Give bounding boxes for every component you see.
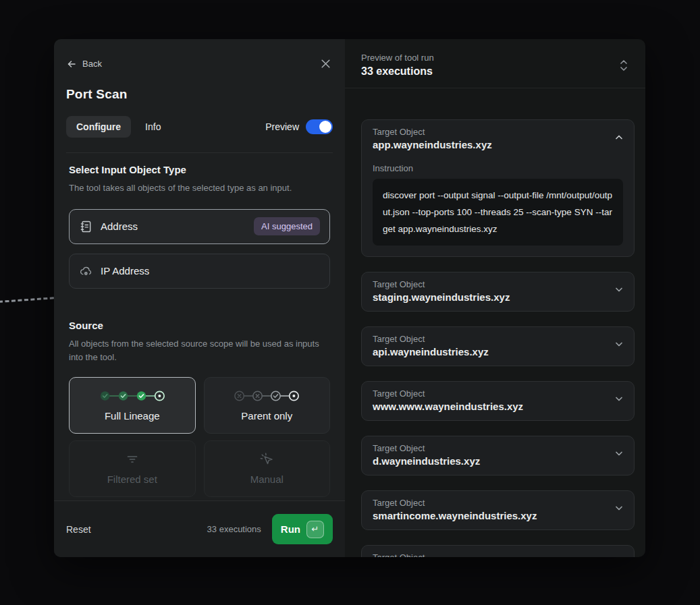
source-option-filtered-set-label: Filtered set <box>107 473 157 485</box>
preview-subtitle: Preview of tool run <box>361 53 434 63</box>
enter-key-icon: ↵ <box>306 521 324 538</box>
contact-book-icon <box>79 220 92 233</box>
input-type-section-description: The tool takes all objects of the select… <box>69 181 330 196</box>
target-object-label: Target Object <box>373 279 604 289</box>
instruction-label: Instruction <box>373 163 604 173</box>
executions-count: 33 executions <box>207 524 261 534</box>
ai-suggested-badge: AI suggested <box>254 217 320 235</box>
arrow-left-icon <box>66 59 77 69</box>
execution-card[interactable]: Target Object smartincome.wayneindustrie… <box>361 490 635 530</box>
execution-card[interactable]: Target Object app.wayneindustries.xyz In… <box>361 119 635 257</box>
chevron-down-icon[interactable] <box>614 502 624 513</box>
target-object-label: Target Object <box>373 127 604 137</box>
chevron-down-icon[interactable] <box>614 393 624 404</box>
configure-body: Select Input Object Type The tool takes … <box>54 153 345 497</box>
execution-card[interactable]: Target Object d.wayneindustries.xyz <box>361 436 635 476</box>
source-option-filtered-set: Filtered set <box>69 440 196 497</box>
preview-toggle-label: Preview <box>265 121 299 132</box>
lineage-full-icon <box>99 389 166 403</box>
option-ip-address-label: IP Address <box>101 265 149 277</box>
chevron-down-icon[interactable] <box>614 448 624 459</box>
cloud-gear-icon <box>79 264 92 278</box>
close-button[interactable] <box>319 57 333 71</box>
target-object-value: api.wayneindustries.xyz <box>373 346 604 357</box>
target-object-value: smartincome.wayneindustries.xyz <box>373 510 604 521</box>
target-object-label: Target Object <box>373 443 604 453</box>
execution-card[interactable]: Target Object www.www.wayneindustries.xy… <box>361 381 635 421</box>
source-option-manual: Manual <box>204 440 331 497</box>
preview-title: 33 executions <box>361 65 434 78</box>
source-options-grid: Full Lineage Paren <box>69 377 330 497</box>
execution-card-clipped[interactable]: Target Object <box>361 545 635 557</box>
source-option-full-lineage-label: Full Lineage <box>105 410 160 422</box>
configure-header: Back Port Scan Configure Info Preview <box>54 39 345 153</box>
source-section-description: All objects from the selected source sco… <box>69 337 330 365</box>
target-object-label: Target Object <box>373 498 604 508</box>
source-section-title: Source <box>69 320 330 331</box>
tool-config-modal: Back Port Scan Configure Info Preview <box>54 39 645 557</box>
chevron-up-icon[interactable] <box>614 132 624 142</box>
execution-card[interactable]: Target Object api.wayneindustries.xyz <box>361 326 635 366</box>
target-object-value: staging.wayneindustries.xyz <box>373 291 604 303</box>
execution-list: Target Object app.wayneindustries.xyz In… <box>345 88 645 557</box>
background-dashed-edge <box>0 297 54 303</box>
tabs: Configure Info Preview <box>66 116 333 138</box>
reset-button[interactable]: Reset <box>66 524 91 535</box>
run-button[interactable]: Run ↵ <box>272 514 333 544</box>
source-option-parent-only-label: Parent only <box>241 410 292 422</box>
configure-panel: Back Port Scan Configure Info Preview <box>54 39 345 557</box>
close-icon <box>320 58 331 69</box>
filter-icon <box>126 453 139 466</box>
execution-card[interactable]: Target Object staging.wayneindustries.xy… <box>361 272 635 312</box>
lineage-parent-icon <box>233 389 300 403</box>
input-type-section-title: Select Input Object Type <box>69 164 330 175</box>
option-address-label: Address <box>101 221 138 232</box>
preview-panel: Preview of tool run 33 executions Target… <box>345 39 645 557</box>
page-title: Port Scan <box>66 87 333 102</box>
target-object-label: Target Object <box>373 388 604 399</box>
run-button-label: Run <box>281 523 300 535</box>
back-button[interactable]: Back <box>66 59 102 69</box>
target-object-value: d.wayneindustries.xyz <box>373 455 604 467</box>
source-option-manual-label: Manual <box>250 473 284 485</box>
target-object-label: Target Object <box>373 552 604 557</box>
preview-header: Preview of tool run 33 executions <box>345 39 645 88</box>
toggle-knob <box>319 121 331 133</box>
target-object-value: app.wayneindustries.xyz <box>373 139 604 150</box>
chevron-up-down-icon <box>618 58 629 73</box>
configure-footer: Reset 33 executions Run ↵ <box>54 500 345 557</box>
preview-toggle[interactable] <box>306 119 333 134</box>
input-type-option-address[interactable]: Address AI suggested <box>69 209 330 244</box>
cursor-click-icon <box>260 453 273 466</box>
input-type-option-ip-address[interactable]: IP Address <box>69 254 330 289</box>
chevron-down-icon[interactable] <box>614 339 624 349</box>
source-option-parent-only[interactable]: Parent only <box>204 377 331 434</box>
chevron-down-icon[interactable] <box>614 284 624 295</box>
tab-configure[interactable]: Configure <box>66 116 131 138</box>
instruction-command: discover port --output signal --output-f… <box>373 179 623 246</box>
tab-info[interactable]: Info <box>135 116 171 138</box>
target-object-value: www.www.wayneindustries.xyz <box>373 401 604 412</box>
target-object-label: Target Object <box>373 334 604 344</box>
source-option-full-lineage[interactable]: Full Lineage <box>69 377 196 434</box>
back-label: Back <box>82 59 102 69</box>
collapse-expand-button[interactable] <box>618 58 629 73</box>
